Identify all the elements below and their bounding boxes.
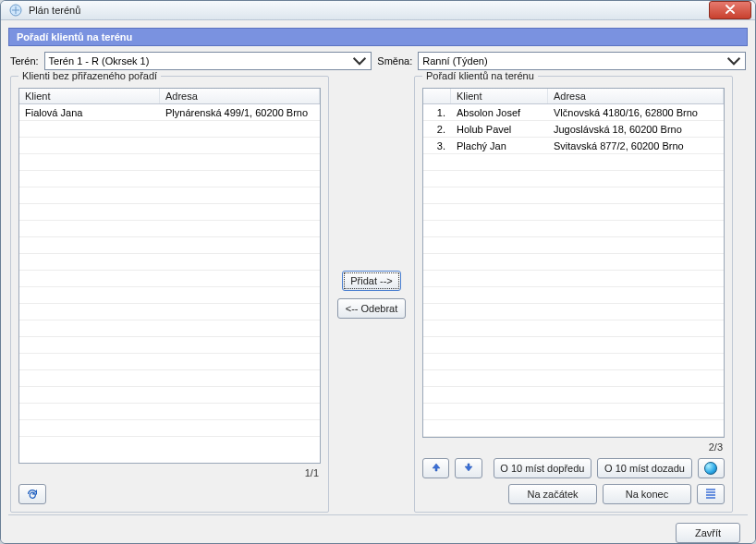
cell-num: 3. xyxy=(423,139,451,152)
assigned-grid[interactable]: Klient Adresa 1.Absolon JosefVlčnovská 4… xyxy=(422,88,725,438)
cell-adresa xyxy=(548,178,724,180)
cell-klient xyxy=(19,428,160,429)
col-klient[interactable]: Klient xyxy=(451,89,548,103)
cell-klient xyxy=(19,394,160,396)
assigned-row xyxy=(423,221,724,237)
unassigned-row xyxy=(19,237,320,254)
order-buttons-row-1: O 10 míst dopředu O 10 míst dozadu xyxy=(422,458,725,478)
cell-adresa xyxy=(160,311,320,313)
cell-adresa xyxy=(160,328,320,330)
unassigned-row xyxy=(19,204,320,221)
assigned-row xyxy=(423,254,724,271)
cell-klient xyxy=(19,261,160,263)
cell-num xyxy=(423,162,451,163)
globe-button[interactable] xyxy=(698,458,725,478)
unassigned-row xyxy=(19,221,320,237)
cell-adresa xyxy=(548,228,724,230)
cell-adresa: Jugoslávská 18, 60200 Brno xyxy=(548,123,724,136)
order-buttons-row-2: Na začátek Na konec xyxy=(422,484,725,504)
cell-adresa xyxy=(548,195,724,197)
cell-klient xyxy=(19,328,160,330)
assigned-row xyxy=(423,337,724,354)
section-title: Pořadí klientů na terénu xyxy=(8,28,748,46)
cell-klient xyxy=(451,428,548,429)
assigned-row xyxy=(423,354,724,370)
refresh-icon xyxy=(26,488,39,501)
cell-adresa xyxy=(160,378,320,380)
to-end-button[interactable]: Na konec xyxy=(603,484,691,504)
cell-num: 1. xyxy=(423,106,451,119)
unassigned-grid[interactable]: Klient Adresa Fialová JanaPlynárenská 49… xyxy=(18,88,321,464)
cell-klient xyxy=(451,228,548,230)
unassigned-row xyxy=(19,121,320,138)
assigned-row xyxy=(423,304,724,320)
refresh-button[interactable] xyxy=(18,484,46,504)
cell-klient xyxy=(451,311,548,313)
cell-klient xyxy=(451,245,548,247)
cell-klient xyxy=(19,245,160,247)
cell-num xyxy=(423,278,451,280)
smena-select[interactable]: Ranní (Týden) xyxy=(418,52,746,70)
cell-klient xyxy=(19,212,160,213)
col-klient[interactable]: Klient xyxy=(19,89,160,103)
forward-10-button[interactable]: O 10 míst dopředu xyxy=(494,458,592,478)
list-button[interactable] xyxy=(697,484,725,504)
cell-adresa xyxy=(160,345,320,346)
unassigned-row xyxy=(19,420,320,437)
col-adresa[interactable]: Adresa xyxy=(548,89,724,103)
unassigned-panel: Klienti bez přiřazeného pořadí Klient Ad… xyxy=(10,76,329,513)
unassigned-row xyxy=(19,337,320,354)
teren-select[interactable]: Terén 1 - R (Okrsek 1) xyxy=(44,52,372,70)
dialog-window: Plán terénů Pořadí klientů na terénu Ter… xyxy=(0,0,756,544)
unassigned-row xyxy=(19,354,320,370)
cell-klient xyxy=(451,178,548,180)
assigned-row[interactable]: 1.Absolon JosefVlčnovská 4180/16, 62800 … xyxy=(423,104,724,121)
cell-klient xyxy=(19,162,160,163)
unassigned-row xyxy=(19,187,320,204)
close-window-button[interactable] xyxy=(709,1,751,19)
smena-label: Směna: xyxy=(377,55,412,66)
cell-klient xyxy=(451,212,548,213)
cell-adresa xyxy=(548,278,724,280)
unassigned-row xyxy=(19,320,320,337)
cell-klient xyxy=(19,378,160,380)
cell-klient xyxy=(451,394,548,396)
cell-klient xyxy=(451,411,548,413)
assigned-row[interactable]: 2.Holub PavelJugoslávská 18, 60200 Brno xyxy=(423,121,724,138)
unassigned-grid-header: Klient Adresa xyxy=(19,89,320,104)
cell-klient xyxy=(19,195,160,197)
add-button[interactable]: Přidat --> xyxy=(342,271,401,291)
globe-icon xyxy=(704,462,717,475)
assigned-row xyxy=(423,387,724,404)
cell-adresa xyxy=(160,245,320,247)
col-adresa[interactable]: Adresa xyxy=(160,89,320,103)
cell-num xyxy=(423,228,451,230)
back-10-button[interactable]: O 10 míst dozadu xyxy=(597,458,692,478)
dialog-footer: Zavřít xyxy=(8,514,748,544)
remove-button[interactable]: <-- Odebrat xyxy=(337,298,407,319)
close-button[interactable]: Zavřít xyxy=(676,523,740,543)
unassigned-row xyxy=(19,404,320,420)
cell-adresa xyxy=(160,361,320,363)
list-icon xyxy=(704,487,717,502)
unassigned-row xyxy=(19,138,320,154)
cell-num xyxy=(423,311,451,313)
cell-adresa xyxy=(160,278,320,280)
cell-adresa: Plynárenská 499/1, 60200 Brno xyxy=(160,106,320,119)
move-down-button[interactable] xyxy=(455,458,482,478)
cell-klient xyxy=(451,278,548,280)
col-num[interactable] xyxy=(423,89,451,103)
unassigned-grid-body: Fialová JanaPlynárenská 499/1, 60200 Brn… xyxy=(19,104,320,463)
assigned-row[interactable]: 3.Plachý JanSvitavská 877/2, 60200 Brno xyxy=(423,138,724,154)
cell-adresa xyxy=(548,345,724,346)
assigned-grid-body: 1.Absolon JosefVlčnovská 4180/16, 62800 … xyxy=(423,104,724,437)
to-start-button[interactable]: Na začátek xyxy=(508,484,597,504)
unassigned-row[interactable]: Fialová JanaPlynárenská 499/1, 60200 Brn… xyxy=(19,104,320,121)
cell-adresa xyxy=(548,245,724,247)
cell-klient xyxy=(19,361,160,363)
assigned-row xyxy=(423,154,724,171)
close-icon xyxy=(726,5,735,16)
unassigned-row xyxy=(19,254,320,271)
panels-container: Klienti bez přiřazeného pořadí Klient Ad… xyxy=(8,74,748,514)
move-up-button[interactable] xyxy=(422,458,449,478)
